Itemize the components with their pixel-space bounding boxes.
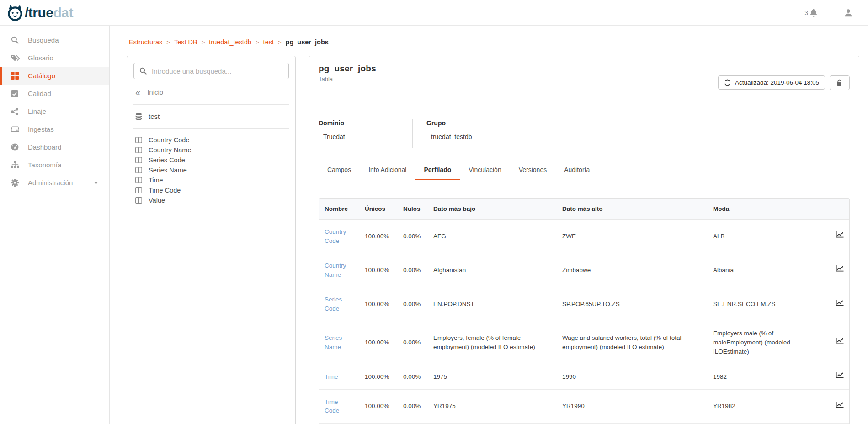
chart-line-icon[interactable] xyxy=(836,301,844,308)
sidebar-item-administracion[interactable]: Administración xyxy=(0,174,109,192)
cell-highest: SP.POP.65UP.TO.ZS xyxy=(557,287,708,321)
tab-info-adicional[interactable]: Info Adicional xyxy=(360,162,415,180)
structure-back-link[interactable]: « Inicio xyxy=(133,88,289,104)
cell-highest: YR1990 xyxy=(557,390,708,424)
field-name-link[interactable]: Time Code xyxy=(325,398,339,414)
structure-search-input[interactable] xyxy=(152,67,283,75)
sidebar-item-label: Administración xyxy=(28,179,73,187)
profile-table-wrap: NombreÚnicosNulosDato más bajoDato más a… xyxy=(319,198,850,424)
tab-versiones[interactable]: Versiones xyxy=(510,162,555,180)
field-name-link[interactable]: Country Name xyxy=(325,262,346,278)
sidebar-item-catalogo[interactable]: Catálogo xyxy=(0,67,109,85)
drive-icon xyxy=(11,126,20,133)
search-icon xyxy=(11,36,20,44)
breadcrumb-link[interactable]: test xyxy=(263,38,274,46)
cell-mode: 1982 xyxy=(708,364,828,390)
sidebar-item-taxonomia[interactable]: Taxonomía xyxy=(0,156,109,174)
cell-nulls: 0.00% xyxy=(398,364,428,390)
breadcrumb-link[interactable]: Estructuras xyxy=(129,38,162,46)
share-icon xyxy=(11,108,20,115)
refresh-updated-button[interactable]: Actualizada: 2019-06-04 18:05 xyxy=(718,75,825,90)
detail-tabs: CamposInfo AdicionalPerfiladoVinculación… xyxy=(319,162,850,180)
app-logo[interactable]: /truedat xyxy=(6,5,73,21)
structure-column-label: Time xyxy=(149,177,163,184)
sidebar-item-label: Búsqueda xyxy=(28,36,59,44)
notifications-button[interactable]: 3 xyxy=(804,8,818,17)
domain-value: Truedat xyxy=(323,133,412,140)
columns-icon xyxy=(135,197,142,204)
structure-back-label: Inicio xyxy=(147,88,163,96)
field-name-link[interactable]: Country Code xyxy=(325,228,346,244)
breadcrumb-separator: > xyxy=(278,39,282,46)
cell-nulls: 0.00% xyxy=(398,321,428,364)
sidebar-item-ingestas[interactable]: Ingestas xyxy=(0,120,109,138)
structure-column-item[interactable]: Series Name xyxy=(133,165,289,175)
main-sidebar: BúsquedaGlosarioCatálogoCalidadLinajeIng… xyxy=(0,26,110,424)
user-icon xyxy=(844,9,852,17)
user-menu-button[interactable] xyxy=(844,9,852,17)
cell-highest: 1990 xyxy=(557,364,708,390)
structure-nav-panel: « Inicio test xyxy=(127,56,296,424)
chart-line-icon[interactable] xyxy=(836,267,844,274)
profile-table-row: Time100.00%0.00%197519901982 xyxy=(319,364,849,390)
sitemap-icon xyxy=(11,161,20,168)
sidebar-item-label: Catálogo xyxy=(28,72,55,80)
structure-column-item[interactable]: Country Code xyxy=(133,135,289,145)
sidebar-item-dashboard[interactable]: Dashboard xyxy=(0,138,109,156)
tab-campos[interactable]: Campos xyxy=(319,162,360,180)
cell-unique: 100.00% xyxy=(359,364,398,390)
field-name-link[interactable]: Series Code xyxy=(325,296,342,312)
columns-icon xyxy=(135,137,142,143)
cell-highest: Zimbabwe xyxy=(557,253,708,287)
structure-detail-card: pg_user_jobs Tabla xyxy=(309,56,859,424)
unlock-button[interactable] xyxy=(830,75,850,90)
breadcrumb-link[interactable]: truedat_testdb xyxy=(209,38,251,46)
database-icon xyxy=(135,113,142,120)
field-name-link[interactable]: Series Name xyxy=(325,334,342,350)
cell-mode: Albania xyxy=(708,253,828,287)
cell-highest: Wage and salaried workers, total (% of t… xyxy=(557,321,708,364)
gauge-icon xyxy=(11,143,20,151)
cell-unique: 100.00% xyxy=(359,321,398,364)
cell-lowest: Employers, female (% of female employmen… xyxy=(428,321,557,364)
sidebar-item-label: Taxonomía xyxy=(28,161,61,169)
columns-icon xyxy=(135,167,142,173)
cell-nulls: 0.00% xyxy=(398,287,428,321)
tab-auditoria[interactable]: Auditoría xyxy=(555,162,598,180)
chart-line-icon[interactable] xyxy=(836,373,844,380)
search-icon xyxy=(139,67,147,75)
sidebar-item-glosario[interactable]: Glosario xyxy=(0,49,109,67)
cell-unique: 100.00% xyxy=(359,390,398,424)
chart-line-icon[interactable] xyxy=(836,339,844,346)
sidebar-item-linaje[interactable]: Linaje xyxy=(0,102,109,120)
chart-line-icon[interactable] xyxy=(836,233,844,240)
structure-column-label: Time Code xyxy=(149,187,181,194)
columns-icon xyxy=(135,157,142,163)
chart-line-icon[interactable] xyxy=(836,403,844,410)
cell-nulls: 0.00% xyxy=(398,390,428,424)
cell-mode: YR1982 xyxy=(708,390,828,424)
profile-table-header: Nulos xyxy=(398,199,428,220)
structure-column-item[interactable]: Time xyxy=(133,175,289,185)
tags-icon xyxy=(11,54,20,62)
profile-table-row: Country Code100.00%0.00%AFGZWEALB xyxy=(319,220,849,253)
field-name-link[interactable]: Time xyxy=(325,373,338,380)
tab-perfilado[interactable]: Perfilado xyxy=(415,162,460,180)
profile-table-header: Dato más alto xyxy=(557,199,708,220)
structure-parent-item[interactable]: test xyxy=(133,105,289,128)
sidebar-item-calidad[interactable]: Calidad xyxy=(0,85,109,102)
profile-table-row: Time Code100.00%0.00%YR1975YR1990YR1982 xyxy=(319,390,849,424)
cell-unique: 100.00% xyxy=(359,287,398,321)
group-label: Grupo xyxy=(426,119,472,127)
tab-vinculacion[interactable]: Vinculación xyxy=(460,162,510,180)
top-header: /truedat 3 xyxy=(0,0,868,26)
structure-column-item[interactable]: Series Code xyxy=(133,155,289,165)
structure-column-item[interactable]: Time Code xyxy=(133,185,289,195)
sidebar-item-busqueda[interactable]: Búsqueda xyxy=(0,31,109,49)
profile-table-header: Nombre xyxy=(319,199,359,220)
sidebar-item-label: Dashboard xyxy=(28,143,61,151)
structure-column-item[interactable]: Value xyxy=(133,195,289,205)
breadcrumb-link[interactable]: Test DB xyxy=(174,38,197,46)
structure-column-item[interactable]: Country Name xyxy=(133,145,289,155)
structure-column-list: Country CodeCountry NameSeries CodeSerie… xyxy=(133,129,289,205)
